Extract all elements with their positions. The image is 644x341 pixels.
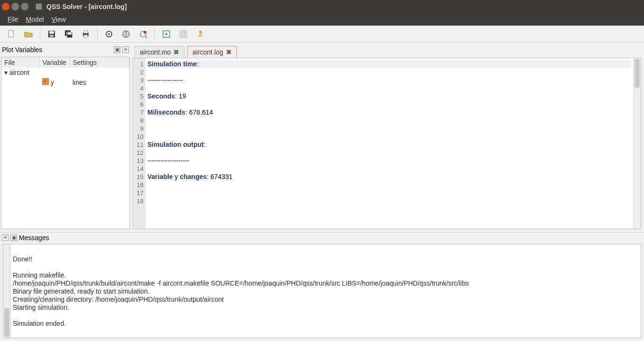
minimize-icon[interactable] bbox=[11, 3, 19, 10]
editor-tabs: aircont.mo ✖ aircont.log ✖ bbox=[133, 45, 641, 58]
panel-float-icon[interactable]: ▣ bbox=[10, 234, 17, 241]
main-area: Plot Variables ▣ ✕ File Variable Setting… bbox=[0, 43, 644, 232]
settings-button[interactable] bbox=[102, 27, 116, 41]
code-content[interactable]: Simulation time:----------------Seconds:… bbox=[145, 58, 633, 229]
svg-point-16 bbox=[144, 31, 146, 34]
print-button[interactable] bbox=[79, 27, 92, 41]
svg-rect-9 bbox=[84, 31, 88, 33]
svg-line-15 bbox=[145, 36, 147, 38]
svg-rect-10 bbox=[84, 35, 88, 37]
tab-label: aircont.mo bbox=[140, 48, 171, 56]
panel-close-icon[interactable]: ✕ bbox=[122, 46, 129, 53]
menu-file[interactable]: File bbox=[4, 15, 22, 24]
save-button[interactable] bbox=[45, 27, 58, 41]
svg-rect-4 bbox=[50, 35, 54, 37]
close-icon[interactable] bbox=[2, 3, 9, 10]
messages-scrollbar[interactable] bbox=[3, 244, 11, 338]
tab-label: aircont.log bbox=[192, 48, 223, 56]
col-settings[interactable]: Settings bbox=[70, 57, 129, 68]
save-all-button[interactable] bbox=[62, 27, 75, 41]
svg-rect-0 bbox=[36, 4, 42, 10]
tab-aircont-mo[interactable]: aircont.mo ✖ bbox=[135, 46, 184, 58]
clean-button[interactable] bbox=[194, 27, 207, 41]
run-button[interactable] bbox=[160, 27, 173, 41]
tab-aircont-log[interactable]: aircont.log ✖ bbox=[187, 46, 237, 58]
panel-close-icon[interactable]: ✕ bbox=[2, 234, 9, 241]
line-gutter: 123456789101112131415161718 bbox=[133, 58, 145, 229]
tree-root-row[interactable]: ▾ aircont bbox=[1, 68, 129, 77]
toolbar-separator bbox=[40, 28, 40, 40]
menu-model[interactable]: Model bbox=[22, 15, 48, 24]
debug-button[interactable] bbox=[136, 27, 150, 41]
code-editor[interactable]: 123456789101112131415161718 Simulation t… bbox=[133, 58, 641, 229]
checkbox-icon[interactable] bbox=[42, 78, 49, 85]
messages-title: Messages bbox=[19, 234, 49, 242]
var-name: y bbox=[51, 79, 54, 86]
svg-rect-3 bbox=[49, 31, 54, 34]
close-tab-icon[interactable]: ✖ bbox=[226, 48, 232, 56]
window-title: QSS Solver - [aircont.log] bbox=[46, 3, 127, 10]
toolbar bbox=[0, 26, 644, 43]
new-button[interactable] bbox=[5, 27, 18, 41]
tree-root-label: aircont bbox=[9, 69, 29, 76]
open-button[interactable] bbox=[22, 27, 35, 41]
globe-button[interactable] bbox=[119, 27, 133, 41]
editor-area: aircont.mo ✖ aircont.log ✖ 1234567891011… bbox=[133, 43, 644, 232]
grid-button[interactable] bbox=[177, 27, 190, 41]
tree-var-row[interactable]: y lines bbox=[1, 77, 129, 87]
maximize-icon[interactable] bbox=[21, 3, 28, 10]
svg-rect-18 bbox=[180, 31, 187, 37]
col-file[interactable]: File bbox=[1, 57, 39, 68]
messages-panel: ✕ ▣ Messages Done!! Running makefile./ho… bbox=[0, 232, 644, 341]
editor-scrollbar[interactable] bbox=[633, 58, 641, 229]
menu-view[interactable]: View bbox=[48, 15, 70, 24]
toolbar-separator bbox=[154, 28, 155, 40]
plot-variables-tree[interactable]: File Variable Settings ▾ aircont y lines bbox=[1, 57, 130, 229]
app-icon bbox=[35, 3, 43, 10]
toolbar-separator bbox=[97, 28, 98, 40]
close-tab-icon[interactable]: ✖ bbox=[173, 48, 179, 56]
panel-float-icon[interactable]: ▣ bbox=[114, 46, 120, 53]
svg-rect-7 bbox=[68, 33, 72, 35]
menubar: File Model View bbox=[0, 13, 644, 26]
titlebar: QSS Solver - [aircont.log] bbox=[0, 0, 644, 13]
messages-text[interactable]: Done!! Running makefile./home/joaquin/PH… bbox=[11, 244, 641, 338]
svg-point-12 bbox=[108, 33, 110, 35]
var-settings: lines bbox=[70, 77, 129, 87]
col-variable[interactable]: Variable bbox=[39, 57, 70, 68]
plot-variables-panel: Plot Variables ▣ ✕ File Variable Setting… bbox=[0, 43, 133, 232]
plot-variables-title: Plot Variables bbox=[2, 46, 42, 54]
